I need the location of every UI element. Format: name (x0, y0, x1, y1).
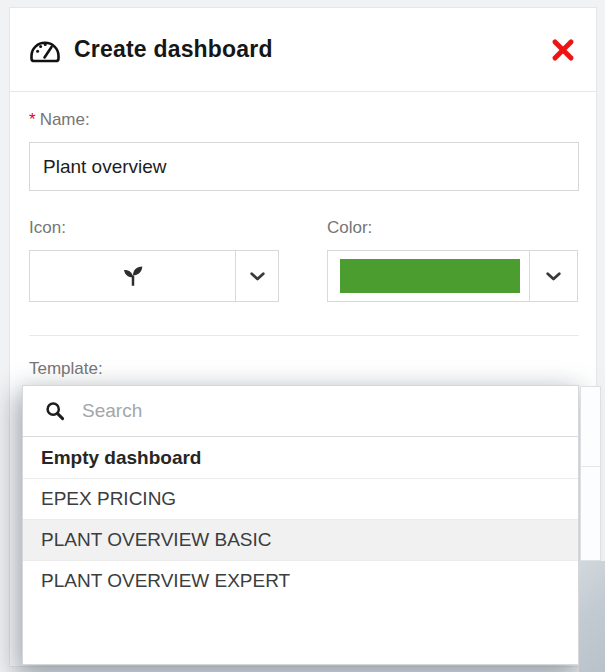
template-label: Template: (29, 359, 103, 379)
icon-select-value (30, 251, 235, 301)
option-label: Empty dashboard (41, 447, 201, 469)
option-label: EPEX PRICING (41, 488, 176, 510)
page-scrollbar-thumb[interactable] (579, 561, 605, 672)
modal-header: Create dashboard (10, 8, 596, 92)
close-x-icon (551, 38, 575, 62)
option-label: PLANT OVERVIEW BASIC (41, 529, 272, 551)
template-option-epex-pricing[interactable]: EPEX PRICING (23, 478, 578, 519)
create-dashboard-screen: Create dashboard *Name: Icon: (0, 0, 605, 672)
page-title: Create dashboard (74, 36, 273, 63)
name-input[interactable] (29, 142, 579, 191)
template-option-empty-dashboard[interactable]: Empty dashboard (23, 437, 578, 478)
template-dropdown-panel: Empty dashboard EPEX PRICING PLANT OVERV… (22, 385, 579, 665)
template-option-plant-overview-basic[interactable]: PLANT OVERVIEW BASIC (23, 519, 578, 560)
icon-label: Icon: (29, 218, 66, 238)
template-search-input[interactable] (82, 400, 578, 422)
name-label: *Name: (29, 110, 90, 130)
close-button[interactable] (551, 38, 575, 62)
dashboard-gauge-icon (29, 36, 61, 64)
chevron-down-icon (546, 272, 561, 281)
seedling-icon (120, 263, 146, 289)
option-label: PLANT OVERVIEW EXPERT (41, 570, 290, 592)
icon-select-caret[interactable] (235, 251, 278, 301)
template-option-plant-overview-expert[interactable]: PLANT OVERVIEW EXPERT (23, 560, 578, 601)
color-select[interactable] (327, 250, 578, 302)
chevron-down-icon (250, 272, 265, 281)
scrollbar-thumb-edge (581, 466, 600, 467)
template-search-row (23, 386, 578, 437)
color-swatch (340, 259, 520, 293)
icon-select[interactable] (29, 250, 279, 302)
color-select-caret[interactable] (529, 251, 577, 301)
color-select-value (328, 251, 529, 301)
color-label: Color: (327, 218, 372, 238)
template-list-scrollbar[interactable] (580, 386, 601, 561)
section-divider (29, 335, 579, 336)
required-asterisk: * (29, 110, 36, 129)
search-icon (45, 401, 65, 421)
